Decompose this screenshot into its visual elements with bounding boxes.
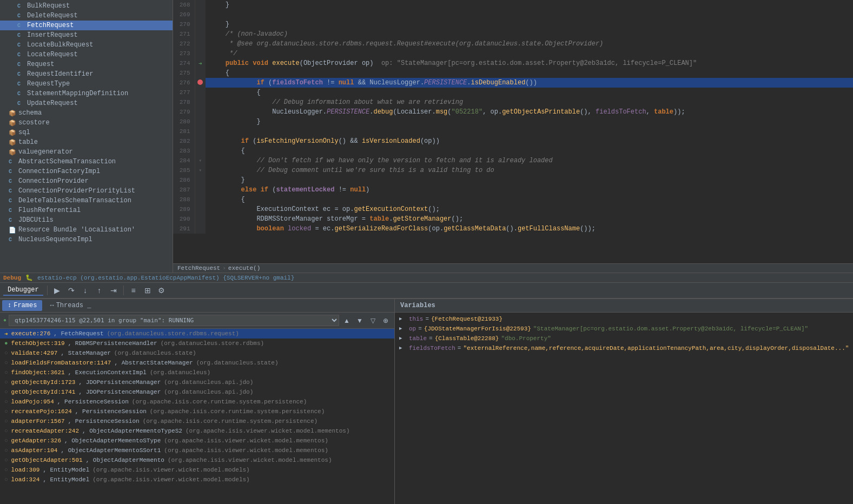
code-content: NucleusLogger.PERSISTENCE.debug(Localise… [206, 107, 853, 117]
evaluate-button[interactable]: ≡ [128, 284, 140, 296]
gutter[interactable] [195, 175, 206, 185]
tree-item[interactable]: CConnectionFactoryImpl [0, 167, 173, 176]
variable-item[interactable]: ▶op = {JDOStateManagerForIsis@22593} "St… [395, 324, 853, 334]
resume-button[interactable]: ▶ [51, 284, 63, 296]
tree-item[interactable]: CRequest [0, 59, 173, 69]
line-number: 289 [173, 204, 195, 214]
tree-item[interactable]: CLocateRequest [0, 50, 173, 59]
tree-item[interactable]: CDeleteTablesSchemaTransaction [0, 196, 173, 205]
step-into-button[interactable]: ↓ [80, 284, 91, 296]
copy-button[interactable]: ⊕ [380, 315, 391, 326]
variable-item[interactable]: ▶table = {ClassTable@22288} "dbo.Propert… [395, 334, 853, 344]
tree-item[interactable]: CJDBCUtils [0, 215, 173, 225]
gutter[interactable] [195, 117, 206, 127]
tree-item[interactable]: CFetchRequest [0, 21, 173, 30]
tree-item[interactable]: 📄Resource Bundle 'Localisation' [0, 225, 173, 235]
debugger-toolbar: Debugger ▶ ↷ ↓ ↑ ⇥ ≡ ⊞ ⚙ [0, 282, 853, 299]
gutter[interactable]: ➜ [195, 58, 206, 68]
frame-item[interactable]: ○recreateAdapter:242, ObjectAdapterMemen… [0, 426, 394, 436]
var-expand-icon: ▶ [399, 335, 407, 341]
thread-dropdown[interactable]: qtp1453774246-115 @22,501 in group "main… [9, 315, 339, 326]
frame-item[interactable]: ➜execute:276, FetchRequest (org.datanucl… [0, 329, 394, 339]
tab-frames[interactable]: ↕ Frames [2, 300, 42, 311]
tree-item[interactable]: 📦scostore [0, 118, 173, 128]
frame-item[interactable]: ○getObjectById:1723, JDOPersistenceManag… [0, 377, 394, 387]
tree-item-label: AbstractSchemaTransaction [18, 158, 116, 165]
tree-item[interactable]: CDeleteRequest [0, 11, 173, 21]
code-content: if (isFetchingVersionOnly() && isVersion… [206, 136, 853, 146]
gutter[interactable] [195, 185, 206, 195]
tree-item[interactable]: 📦sql [0, 128, 173, 137]
code-scroll[interactable]: 268 }269270 }271 /* (non-Javadoc)272 * @… [173, 0, 853, 263]
gutter[interactable] [195, 214, 206, 224]
step-out-button[interactable]: ↑ [94, 284, 105, 296]
frame-item[interactable]: ○adapterFor:1567, PersistenceSession (or… [0, 416, 394, 426]
gutter[interactable] [195, 88, 206, 97]
gutter[interactable] [195, 97, 206, 107]
code-line: 287 else if (statementLocked != null) [173, 185, 853, 195]
gutter[interactable] [195, 68, 206, 78]
tree-item[interactable]: 📦valuegenerator [0, 147, 173, 157]
tree-item[interactable]: CFlushReferential [0, 205, 173, 215]
gutter[interactable]: ▾ [195, 165, 206, 175]
tree-item[interactable]: CNucleusSequenceImpl [0, 235, 173, 244]
code-content: } [206, 175, 853, 185]
tree-item[interactable]: CUpdateRequest [0, 98, 173, 108]
frame-item[interactable]: ○getObjectAdapter:501, ObjectAdapterMeme… [0, 455, 394, 465]
frame-item[interactable]: ○loadFieldsFromDatastore:1147, AbstractS… [0, 358, 394, 368]
gutter[interactable] [195, 146, 206, 156]
tree-item[interactable]: CRequestType [0, 79, 173, 89]
tree-item[interactable]: 📦schema [0, 108, 173, 118]
variable-item[interactable]: ▶this = {FetchRequest@21933} [395, 315, 853, 324]
frame-item[interactable]: ○asAdapter:104, ObjectAdapterMementoSSor… [0, 446, 394, 455]
gutter[interactable] [195, 195, 206, 204]
frame-package: (org.datanucleus.state) [114, 350, 196, 356]
tree-item[interactable]: CConnectionProvider [0, 176, 173, 186]
tree-item[interactable]: CStatementMappingDefinition [0, 89, 173, 98]
gutter[interactable] [195, 39, 206, 49]
gutter[interactable] [195, 78, 206, 88]
frame-item[interactable]: ○getAdapter:326, ObjectAdapterMementoSTy… [0, 436, 394, 446]
gutter[interactable] [195, 49, 206, 58]
code-content: public void execute(ObjectProvider op) o… [206, 58, 853, 68]
frame-item[interactable]: ●fetchObject:319, RDBMSPersistenceHandle… [0, 339, 394, 348]
gutter[interactable] [195, 19, 206, 29]
gutter[interactable] [195, 10, 206, 19]
filter-button[interactable]: ▽ [367, 315, 378, 326]
gutter[interactable] [195, 29, 206, 39]
prev-thread-button[interactable]: ▲ [341, 315, 352, 326]
breadcrumb-item[interactable]: FetchRequest [177, 265, 220, 271]
frame-item[interactable]: ○findObject:3621, ExecutionContextImpl (… [0, 368, 394, 377]
gutter[interactable] [195, 224, 206, 234]
gutter[interactable]: ▾ [195, 156, 206, 165]
frame-item[interactable]: ○validate:4297, StateManager (org.datanu… [0, 348, 394, 358]
variable-item[interactable]: ▶fieldsToFetch = "externalReference,name… [395, 344, 853, 354]
step-over-button[interactable]: ↷ [65, 284, 77, 296]
settings-button[interactable]: ⚙ [156, 284, 168, 296]
gutter[interactable] [195, 127, 206, 136]
frames-button[interactable]: ⊞ [142, 284, 154, 296]
tree-item[interactable]: CRequestIdentifier [0, 69, 173, 79]
gutter[interactable] [195, 0, 206, 10]
run-cursor-button[interactable]: ⇥ [108, 284, 120, 296]
tree-item[interactable]: CInsertRequest [0, 30, 173, 40]
frame-item[interactable]: ○getObjectById:1741, JDOPersistenceManag… [0, 387, 394, 397]
gutter[interactable] [195, 107, 206, 117]
code-line: 275 { [173, 68, 853, 78]
frame-item[interactable]: ○load:324, EntityModel (org.apache.isis.… [0, 475, 394, 485]
gutter[interactable] [195, 136, 206, 146]
tree-item[interactable]: 📦table [0, 137, 173, 147]
gutter[interactable] [195, 204, 206, 214]
tree-item[interactable]: CLocateBulkRequest [0, 40, 173, 50]
frame-item[interactable]: ○recreatePojo:1624, PersistenceSession (… [0, 407, 394, 416]
next-thread-button[interactable]: ▼ [354, 315, 365, 326]
line-number: 284 [173, 156, 195, 165]
frame-item[interactable]: ○loadPojo:954, PersistenceSession (org.a… [0, 397, 394, 407]
breadcrumb-item[interactable]: execute() [228, 265, 260, 271]
tree-item[interactable]: CConnectionProviderPriorityList [0, 186, 173, 196]
tab-debugger[interactable]: Debugger [3, 285, 43, 296]
tab-threads[interactable]: ↔ Threads _ [44, 300, 96, 311]
tree-item[interactable]: CAbstractSchemaTransaction [0, 157, 173, 167]
tree-item[interactable]: CBulkRequest [0, 1, 173, 11]
frame-item[interactable]: ○load:309, EntityModel (org.apache.isis.… [0, 465, 394, 475]
